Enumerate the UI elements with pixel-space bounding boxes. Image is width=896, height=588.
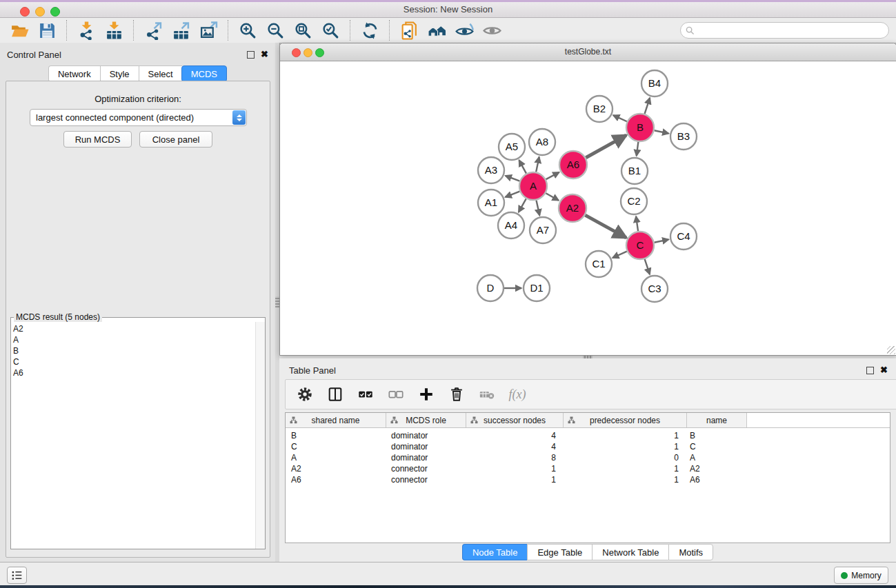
- copy-network-button[interactable]: [395, 19, 423, 41]
- show-task-history-button[interactable]: [7, 567, 27, 584]
- export-table-button[interactable]: [167, 19, 195, 41]
- tab-edge-table[interactable]: Edge Table: [527, 544, 592, 560]
- tab-motifs[interactable]: Motifs: [668, 544, 713, 560]
- graph-edge-A-A6[interactable]: [546, 172, 559, 179]
- table-settings-button[interactable]: [295, 385, 315, 404]
- graph-edge-A-A8[interactable]: [536, 157, 539, 172]
- import-table-button[interactable]: [100, 19, 128, 41]
- table-row[interactable]: A2 connector 1 1 A2: [286, 463, 890, 474]
- float-panel-icon[interactable]: [247, 51, 255, 59]
- run-mcds-button[interactable]: Run MCDS: [63, 131, 132, 148]
- delete-column-button[interactable]: [447, 385, 466, 404]
- graph-edge-A6-B[interactable]: [586, 135, 626, 158]
- network-window-titlebar[interactable]: testGlobe.txt: [280, 43, 896, 61]
- column-header-shared-name[interactable]: shared name: [286, 413, 386, 427]
- open-session-button[interactable]: [6, 19, 33, 41]
- memory-button[interactable]: Memory: [834, 567, 888, 584]
- zoom-in-button[interactable]: [234, 19, 261, 41]
- column-layout-button[interactable]: [326, 385, 345, 404]
- graph-node-A5[interactable]: A5: [499, 134, 525, 160]
- graph-node-D[interactable]: D: [477, 275, 504, 301]
- zoom-selected-button[interactable]: [317, 19, 344, 41]
- save-session-button[interactable]: [33, 19, 61, 41]
- graph-edge-A-A4[interactable]: [519, 199, 526, 212]
- graph-node-D1[interactable]: D1: [524, 275, 550, 301]
- column-header-mcds-role[interactable]: MCDS role: [386, 413, 466, 427]
- graph-node-A1[interactable]: A1: [478, 190, 504, 216]
- float-panel-icon[interactable]: [866, 367, 874, 374]
- criterion-dropdown[interactable]: largest connected component (directed): [30, 109, 247, 126]
- graph-edge-C-C4[interactable]: [655, 239, 669, 242]
- graph-node-A2[interactable]: A2: [559, 194, 586, 222]
- graph-node-C4[interactable]: C4: [670, 223, 697, 250]
- window-resize-grip[interactable]: [887, 346, 895, 354]
- graph-node-A7[interactable]: A7: [530, 217, 556, 243]
- close-panel-icon[interactable]: ✖: [880, 367, 888, 374]
- graph-edge-B-B3[interactable]: [655, 130, 669, 133]
- scrollbar-track[interactable]: [255, 322, 265, 549]
- list-item[interactable]: A: [13, 334, 256, 345]
- deselect-all-columns-button[interactable]: [386, 385, 406, 404]
- graph-node-B3[interactable]: B3: [670, 123, 697, 150]
- network-graph[interactable]: AA1A2A3A4A5A6A7A8BB1B2B3B4CC1C2C3C4DD1: [280, 61, 895, 354]
- table-row[interactable]: C dominator 4 1 C: [286, 441, 890, 452]
- select-all-columns-button[interactable]: [356, 385, 375, 404]
- list-item[interactable]: C: [13, 356, 256, 367]
- import-network-button[interactable]: [72, 19, 100, 41]
- graph-edge-C-C1[interactable]: [613, 252, 627, 258]
- graph-node-A8[interactable]: A8: [529, 129, 555, 155]
- graph-node-B[interactable]: B: [626, 114, 654, 141]
- tab-network-table[interactable]: Network Table: [592, 544, 668, 560]
- zoom-fit-button[interactable]: [289, 19, 317, 41]
- show-graphics-details-button[interactable]: [450, 19, 478, 41]
- zoom-out-button[interactable]: [261, 19, 289, 41]
- graph-edge-C-C3[interactable]: [645, 259, 650, 274]
- list-item[interactable]: A2: [13, 323, 256, 334]
- graph-node-C[interactable]: C: [626, 232, 654, 259]
- refresh-view-button[interactable]: [356, 19, 384, 41]
- graph-node-C2[interactable]: C2: [621, 188, 647, 214]
- graph-edge-B-B1[interactable]: [637, 142, 639, 156]
- tab-network[interactable]: Network: [48, 65, 100, 82]
- graph-node-A4[interactable]: A4: [498, 212, 524, 239]
- tab-style[interactable]: Style: [100, 65, 139, 82]
- graph-edge-A-A1[interactable]: [505, 192, 519, 197]
- graph-edge-A-A2[interactable]: [546, 193, 559, 200]
- graph-node-A3[interactable]: A3: [478, 157, 504, 183]
- tab-select[interactable]: Select: [139, 65, 182, 82]
- export-image-button[interactable]: [195, 19, 222, 41]
- close-panel-icon[interactable]: ✖: [261, 51, 268, 58]
- graph-node-A6[interactable]: A6: [559, 151, 587, 179]
- delete-table-button[interactable]: [477, 385, 497, 404]
- graph-edge-A-A5[interactable]: [519, 160, 526, 173]
- graph-edge-A-A7[interactable]: [536, 201, 539, 216]
- mcds-result-list[interactable]: A2 A B C A6: [11, 322, 256, 549]
- column-header-successor-nodes[interactable]: successor nodes: [466, 413, 564, 427]
- table-row[interactable]: A6 connector 1 1 A6: [286, 474, 890, 485]
- table-row[interactable]: B dominator 4 1 B: [286, 430, 890, 441]
- column-header-predecessor-nodes[interactable]: predecessor nodes: [564, 413, 687, 427]
- table-row[interactable]: A dominator 8 0 A: [286, 452, 890, 463]
- graph-edge-A-A3[interactable]: [506, 176, 520, 181]
- graph-edge-B-B2[interactable]: [613, 115, 627, 121]
- close-panel-button[interactable]: Close panel: [139, 131, 212, 148]
- show-all-networks-button[interactable]: [423, 19, 450, 41]
- graph-node-B2[interactable]: B2: [586, 96, 613, 122]
- export-network-button[interactable]: [139, 19, 167, 41]
- graph-node-C3[interactable]: C3: [641, 276, 668, 302]
- tab-mcds[interactable]: MCDS: [181, 65, 227, 82]
- main-titlebar[interactable]: Session: New Session: [0, 2, 896, 18]
- function-builder-button[interactable]: f(x): [508, 385, 527, 404]
- column-header-name[interactable]: name: [687, 413, 747, 427]
- graph-node-B1[interactable]: B1: [621, 158, 648, 184]
- tab-node-table[interactable]: Node Table: [462, 544, 528, 560]
- graph-node-B4[interactable]: B4: [641, 70, 668, 97]
- hide-graphics-details-button[interactable]: [478, 19, 506, 41]
- graph-edge-A2-C[interactable]: [585, 215, 626, 238]
- search-input[interactable]: [680, 22, 889, 39]
- graph-edge-B-B4[interactable]: [645, 98, 650, 114]
- network-canvas[interactable]: AA1A2A3A4A5A6A7A8BB1B2B3B4CC1C2C3C4DD1: [280, 61, 896, 355]
- graph-node-C1[interactable]: C1: [586, 251, 612, 277]
- list-item[interactable]: B: [13, 345, 256, 356]
- graph-node-A[interactable]: A: [519, 172, 547, 200]
